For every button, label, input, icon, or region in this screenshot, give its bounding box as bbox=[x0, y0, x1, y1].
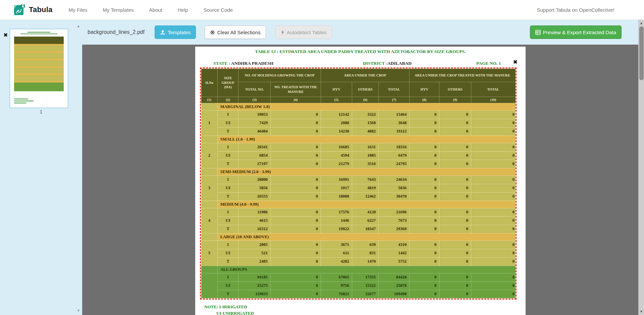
value-cell: 15464 bbox=[379, 110, 410, 119]
value-cell: 4594 bbox=[321, 151, 352, 160]
nav-item-source-code[interactable]: Source Code bbox=[204, 7, 233, 13]
table-selection[interactable]: Sl.No SIZE GROUP (HA) NO. OF HOLDINGS GR… bbox=[200, 67, 517, 300]
rowtype-cell: UI bbox=[217, 151, 238, 160]
slno-cell bbox=[201, 273, 218, 298]
table-row: T27197021279351624795000 bbox=[201, 160, 516, 168]
navbar: Tabula My Files My Templates About Help … bbox=[0, 0, 644, 20]
value-cell: 0 bbox=[271, 257, 321, 266]
value-cell: 0 bbox=[410, 273, 439, 281]
value-cell: 5836 bbox=[379, 184, 410, 192]
district-text: DISTRICT :ADILABAD bbox=[363, 61, 412, 66]
value-cell: 1442 bbox=[379, 249, 410, 257]
col-number: (5) bbox=[321, 97, 352, 103]
export-button[interactable]: Preview & Export Extracted Data bbox=[530, 25, 622, 39]
value-cell: 39053 bbox=[238, 110, 271, 119]
col-header-treated: AREA UNDER THE CROP TREATED WITH THE MAN… bbox=[410, 69, 516, 82]
autodetect-tables-button[interactable]: Autodetect Tables bbox=[275, 25, 332, 39]
pdf-page[interactable]: TABLE 5J : ESTIMATED AREA UNDER PADDY TR… bbox=[195, 47, 526, 315]
col-header-hyv: HYV bbox=[321, 82, 352, 97]
group-label: LARGE (10 AND ABOVE) bbox=[217, 233, 515, 241]
value-cell: 18008 bbox=[321, 192, 352, 201]
value-cell: 0 bbox=[410, 184, 439, 192]
selection-close-icon[interactable]: ✖ bbox=[513, 59, 518, 64]
value-cell: 0 bbox=[410, 290, 439, 298]
rowtype-cell: I bbox=[217, 143, 238, 151]
value-cell: 0 bbox=[471, 216, 515, 225]
clear-selections-button[interactable]: ⊗ Clear All Selections bbox=[205, 25, 266, 39]
value-cell: 0 bbox=[439, 290, 471, 298]
group-band-corner bbox=[201, 136, 218, 143]
value-cell: 0 bbox=[439, 208, 471, 216]
value-cell: 17576 bbox=[321, 208, 352, 216]
col-header-holdings: NO. OF HOLDINGS GROWING THE CROP bbox=[238, 69, 321, 82]
value-cell: 5752 bbox=[379, 257, 410, 266]
value-cell: 9756 bbox=[321, 281, 352, 290]
nav-item-about[interactable]: About bbox=[149, 7, 162, 13]
value-cell: 0 bbox=[439, 225, 471, 233]
table-row: 4I11986017576412021696000 bbox=[201, 208, 516, 216]
value-cell: 10347 bbox=[352, 225, 379, 233]
rowtype-cell: T bbox=[217, 160, 238, 168]
pdf-table: Sl.No SIZE GROUP (HA) NO. OF HOLDINGS GR… bbox=[201, 68, 516, 299]
nav-item-help[interactable]: Help bbox=[178, 7, 188, 13]
thumbnail-subtitle-line bbox=[20, 34, 57, 34]
value-cell: 0 bbox=[271, 119, 321, 127]
sidebar-scroll-down-icon[interactable]: ▼ bbox=[77, 309, 80, 312]
value-cell: 7643 bbox=[352, 175, 379, 184]
rowtype-cell: I bbox=[217, 273, 238, 281]
group-label: SEMI-MEDIUM (2.0 - 3.99) bbox=[217, 168, 515, 175]
nav-item-my-files[interactable]: My Files bbox=[68, 7, 87, 13]
value-cell: 0 bbox=[471, 160, 515, 168]
slno-cell: 4 bbox=[201, 208, 218, 233]
value-cell: 0 bbox=[271, 184, 321, 192]
circle-x-icon: ⊗ bbox=[210, 30, 215, 35]
value-cell: 3322 bbox=[352, 110, 379, 119]
value-cell: 76821 bbox=[321, 290, 352, 298]
lightning-icon bbox=[281, 30, 284, 35]
document-area[interactable]: TABLE 5J : ESTIMATED AREA UNDER PADDY TR… bbox=[82, 45, 638, 315]
value-cell: 0 bbox=[439, 216, 471, 225]
sidebar-scroll-up-icon[interactable]: ▲ bbox=[77, 24, 80, 28]
group-band-row: LARGE (10 AND ABOVE) bbox=[201, 233, 516, 241]
value-cell: 25078 bbox=[379, 281, 410, 290]
value-cell: 3671 bbox=[321, 241, 352, 249]
rowtype-cell: T bbox=[217, 225, 238, 233]
value-cell: 0 bbox=[471, 241, 515, 249]
value-cell: 0 bbox=[410, 257, 439, 266]
table-row: UI74290208815603648000 bbox=[201, 119, 516, 127]
page-thumbnail[interactable] bbox=[10, 29, 68, 108]
col-number: (6) bbox=[352, 97, 379, 103]
table-row: T11903307682132677109498000 bbox=[201, 290, 516, 298]
group-band-row: SEMI-MEDIUM (2.0 - 3.99) bbox=[201, 168, 516, 175]
main-scrollbar[interactable]: ▲ ▼ bbox=[638, 20, 644, 315]
value-cell: 0 bbox=[439, 192, 471, 201]
value-cell: 0 bbox=[271, 249, 321, 257]
templates-button[interactable]: Templates bbox=[155, 25, 196, 39]
remove-file-icon[interactable]: ✖ bbox=[3, 33, 8, 38]
value-cell: 24634 bbox=[379, 175, 410, 184]
value-cell: 0 bbox=[410, 192, 439, 201]
value-cell: 0 bbox=[471, 281, 515, 290]
value-cell: 0 bbox=[471, 225, 515, 233]
value-cell: 14230 bbox=[321, 127, 352, 136]
autodetect-tables-label: Autodetect Tables bbox=[287, 30, 327, 35]
table-row: T265550180081246230470000 bbox=[201, 192, 516, 201]
value-cell: 6227 bbox=[352, 216, 379, 225]
scroll-up-icon[interactable]: ▲ bbox=[639, 21, 644, 25]
group-band-corner bbox=[201, 266, 218, 273]
group-band-row: ALL GROUPS bbox=[201, 266, 516, 273]
value-cell: 521 bbox=[238, 249, 271, 257]
rowtype-cell: T bbox=[217, 127, 238, 136]
value-cell: 0 bbox=[471, 290, 515, 298]
scroll-down-icon[interactable]: ▼ bbox=[639, 310, 644, 313]
thumbnail-page-number: 1 bbox=[0, 109, 82, 114]
pdf-table-head: Sl.No SIZE GROUP (HA) NO. OF HOLDINGS GR… bbox=[201, 69, 516, 103]
col-number: (7) bbox=[379, 97, 410, 103]
support-link[interactable]: Support Tabula on OpenCollective! bbox=[537, 7, 614, 13]
value-cell: 0 bbox=[410, 127, 439, 136]
thumbnail-note-line bbox=[14, 99, 28, 99]
main-nav: My Files My Templates About Help Source … bbox=[68, 7, 233, 13]
scrollbar-thumb[interactable] bbox=[639, 27, 644, 80]
col-header-treated-no: NO. TREATED WITH THE MANURE bbox=[271, 82, 321, 97]
nav-item-my-templates[interactable]: My Templates bbox=[103, 7, 133, 13]
